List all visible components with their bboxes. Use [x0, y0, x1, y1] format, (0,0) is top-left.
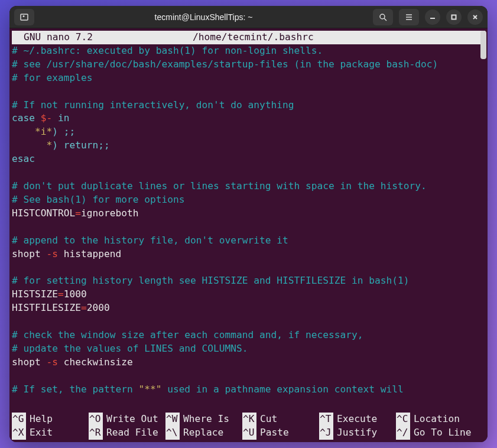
code-line: *i*) ;; — [12, 125, 485, 139]
code-line: # ~/.bashrc: executed by bash(1) for non… — [12, 44, 485, 58]
shortcut-label: Help — [30, 413, 53, 426]
new-tab-button[interactable] — [14, 9, 34, 25]
code-line: HISTCONTROL=ignoreboth — [12, 207, 485, 220]
scrollbar-thumb[interactable] — [480, 31, 486, 59]
shortcut-item: ^RRead File — [89, 426, 165, 440]
code-line: # don't put duplicate lines or lines sta… — [12, 180, 485, 193]
code-line: shopt -s histappend — [12, 248, 485, 261]
code-line: shopt -s checkwinsize — [12, 356, 485, 369]
shortcut-row-2: ^XExit^RRead File^\Replace^UPaste^JJusti… — [12, 426, 485, 440]
svg-point-1 — [380, 14, 385, 19]
titlebar: tecmint@LinuxShellTips: ~ — [9, 6, 488, 28]
shortcut-item: ^OWrite Out — [89, 413, 165, 426]
code-line — [12, 315, 485, 329]
shortcut-item: ^JJustify — [319, 426, 396, 440]
menu-button[interactable] — [399, 9, 419, 25]
code-line: case $- in — [12, 112, 485, 125]
code-line: HISTSIZE=1000 — [12, 288, 485, 301]
shortcut-label: Where Is — [183, 413, 229, 426]
shortcut-item: ^GHelp — [12, 413, 89, 426]
code-line: # update the values of LINES and COLUMNS… — [12, 342, 485, 356]
shortcut-label: Replace — [183, 426, 223, 440]
nano-shortcuts: ^GHelp^OWrite Out^WWhere Is^KCut^TExecut… — [9, 413, 488, 442]
code-line: # for setting history length see HISTSIZ… — [12, 274, 485, 288]
shortcut-item: ^TExecute — [319, 413, 396, 426]
editor-content[interactable]: # ~/.bashrc: executed by bash(1) for non… — [9, 44, 488, 413]
code-line: *) return;; — [12, 139, 485, 152]
search-button[interactable] — [373, 9, 393, 25]
shortcut-item: ^KCut — [242, 413, 319, 426]
shortcut-label: Cut — [260, 413, 277, 426]
shortcut-label: Exit — [30, 426, 53, 440]
shortcut-label: Go To Line — [414, 426, 471, 440]
shortcut-label: Write Out — [106, 413, 158, 426]
shortcut-key: ^K — [242, 413, 256, 426]
code-line: # If set, the pattern "**" used in a pat… — [12, 383, 485, 397]
shortcut-label: Location — [414, 413, 460, 426]
shortcut-item: ^/Go To Line — [396, 426, 473, 440]
window-title: tecmint@LinuxShellTips: ~ — [34, 12, 373, 22]
shortcut-label: Justify — [337, 426, 377, 440]
shortcut-key: ^\ — [165, 426, 180, 440]
shortcut-key: ^/ — [396, 426, 410, 440]
svg-rect-0 — [21, 14, 28, 20]
shortcut-item: ^CLocation — [396, 413, 473, 426]
shortcut-row-1: ^GHelp^OWrite Out^WWhere Is^KCut^TExecut… — [12, 413, 485, 426]
shortcut-label: Execute — [337, 413, 377, 426]
code-line: # for examples — [12, 72, 485, 85]
code-line — [12, 220, 485, 234]
shortcut-label: Read File — [106, 426, 158, 440]
close-button[interactable] — [467, 9, 483, 25]
shortcut-key: ^X — [12, 426, 26, 440]
shortcut-key: ^C — [396, 413, 410, 426]
shortcut-key: ^W — [165, 413, 180, 426]
shortcut-item: ^WWhere Is — [165, 413, 242, 426]
terminal-body[interactable]: GNU nano 7.2 /home/tecmint/.bashrc # ~/.… — [9, 28, 488, 442]
nano-app-name: GNU nano 7.2 — [15, 31, 193, 44]
shortcut-key: ^O — [89, 413, 103, 426]
shortcut-key: ^U — [242, 426, 256, 440]
code-line: # see /usr/share/doc/bash/examples/start… — [12, 58, 485, 72]
shortcut-key: ^G — [12, 413, 26, 426]
shortcut-key: ^R — [89, 426, 103, 440]
code-line: # check the window size after each comma… — [12, 329, 485, 342]
shortcut-item: ^UPaste — [242, 426, 319, 440]
code-line: # See bash(1) for more options — [12, 193, 485, 207]
nano-filepath: /home/tecmint/.bashrc — [193, 31, 482, 44]
shortcut-item: ^\Replace — [165, 426, 242, 440]
shortcut-label: Paste — [260, 426, 289, 440]
code-line: HISTFILESIZE=2000 — [12, 301, 485, 315]
code-line: # append to the history file, don't over… — [12, 234, 485, 248]
svg-rect-2 — [452, 15, 456, 19]
code-line — [12, 261, 485, 274]
nano-header: GNU nano 7.2 /home/tecmint/.bashrc — [12, 31, 485, 44]
code-line: # If not running interactively, don't do… — [12, 99, 485, 112]
maximize-button[interactable] — [446, 9, 462, 25]
minimize-button[interactable] — [425, 9, 440, 25]
shortcut-key: ^T — [319, 413, 333, 426]
code-line: esac — [12, 152, 485, 166]
code-line — [12, 166, 485, 180]
shortcut-key: ^J — [319, 426, 333, 440]
code-line — [12, 85, 485, 99]
code-line — [12, 369, 485, 383]
shortcut-item: ^XExit — [12, 426, 89, 440]
terminal-window: tecmint@LinuxShellTips: ~ GNU nano 7.2 /… — [9, 6, 488, 442]
